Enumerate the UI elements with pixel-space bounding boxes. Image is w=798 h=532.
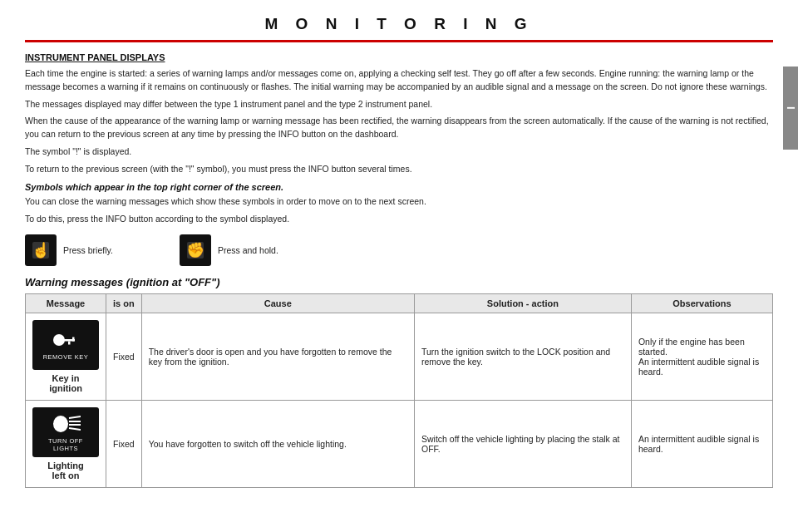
cell-observations-0: Only if the engine has been started.An i… bbox=[631, 313, 772, 400]
svg-rect-7 bbox=[72, 337, 75, 342]
warning-table: Message is on Cause Solution - action Ob… bbox=[25, 293, 773, 488]
page-title: M O N I T O R I N G bbox=[25, 15, 773, 33]
cell-message-1: TURN OFF LIGHTSLightingleft on bbox=[26, 400, 106, 487]
bold-italic-text: Symbols which appear in the top right co… bbox=[25, 182, 773, 192]
message-text-1: Lightingleft on bbox=[32, 461, 99, 480]
icon-row: ☝ Press briefly. ✊ Press and hold. bbox=[25, 234, 773, 266]
cell-cause-1: You have forgotten to switch off the veh… bbox=[141, 400, 414, 487]
cell-message-0: REMOVE KEYKey inignition bbox=[26, 313, 106, 400]
press-hold-label: Press and hold. bbox=[218, 245, 278, 255]
page: I M O N I T O R I N G INSTRUMENT PANEL D… bbox=[0, 0, 798, 503]
paragraph-4: The symbol "!" is displayed. bbox=[25, 145, 773, 159]
svg-rect-8 bbox=[68, 342, 71, 345]
cell-observations-1: An intermittent audible signal is heard. bbox=[631, 400, 772, 487]
hand-icon-1: ☝ bbox=[29, 239, 52, 262]
message-text-0: Key inignition bbox=[32, 373, 99, 393]
col-solution: Solution - action bbox=[414, 293, 631, 313]
table-header-row: Message is on Cause Solution - action Ob… bbox=[26, 293, 773, 313]
col-cause: Cause bbox=[141, 293, 414, 313]
svg-line-10 bbox=[69, 416, 81, 418]
col-message: Message bbox=[26, 293, 106, 313]
sidebar-label: I bbox=[785, 106, 797, 110]
press-hold-item: ✊ Press and hold. bbox=[180, 234, 278, 266]
sidebar-tab: I bbox=[783, 66, 798, 150]
message-icon-1: TURN OFF LIGHTS bbox=[32, 407, 99, 457]
svg-text:✊: ✊ bbox=[186, 241, 205, 259]
col-observations: Observations bbox=[631, 293, 772, 313]
press-briefly-item: ☝ Press briefly. bbox=[25, 234, 113, 266]
red-divider bbox=[25, 40, 773, 42]
paragraph-2: The messages displayed may differ betwee… bbox=[25, 98, 773, 111]
table-row: TURN OFF LIGHTSLightingleft onFixedYou h… bbox=[26, 400, 773, 487]
warning-table-title: Warning messages (ignition at "OFF") bbox=[25, 276, 773, 288]
cell-is-on-1: Fixed bbox=[106, 400, 142, 487]
col-is-on: is on bbox=[106, 293, 142, 313]
svg-point-9 bbox=[54, 416, 67, 431]
cell-solution-0: Turn the ignition switch to the LOCK pos… bbox=[414, 313, 631, 400]
hand-icon-2: ✊ bbox=[184, 239, 207, 262]
message-icon-label-0: REMOVE KEY bbox=[43, 353, 89, 361]
press-briefly-label: Press briefly. bbox=[63, 245, 113, 255]
cell-is-on-0: Fixed bbox=[106, 313, 142, 400]
message-icon-label-1: TURN OFF LIGHTS bbox=[36, 437, 96, 452]
paragraph-6: You can close the warning messages which… bbox=[25, 195, 773, 209]
message-icon-0: REMOVE KEY bbox=[32, 320, 99, 370]
section-title: INSTRUMENT PANEL DISPLAYS bbox=[25, 52, 773, 62]
table-row: REMOVE KEYKey inignitionFixedThe driver'… bbox=[26, 313, 773, 400]
svg-line-13 bbox=[69, 428, 81, 430]
paragraph-3: When the cause of the appearance of the … bbox=[25, 115, 773, 141]
cell-cause-0: The driver's door is open and you have f… bbox=[141, 313, 414, 400]
paragraph-5: To return to the previous screen (with t… bbox=[25, 163, 773, 176]
press-hold-icon-box: ✊ bbox=[180, 234, 211, 266]
cell-solution-1: Switch off the vehicle lighting by placi… bbox=[414, 400, 631, 487]
paragraph-7: To do this, press the INFO button accord… bbox=[25, 213, 773, 226]
svg-text:☝: ☝ bbox=[32, 241, 51, 259]
svg-point-5 bbox=[57, 338, 61, 342]
press-briefly-icon-box: ☝ bbox=[25, 234, 57, 266]
paragraph-1: Each time the engine is started: a serie… bbox=[25, 67, 773, 94]
